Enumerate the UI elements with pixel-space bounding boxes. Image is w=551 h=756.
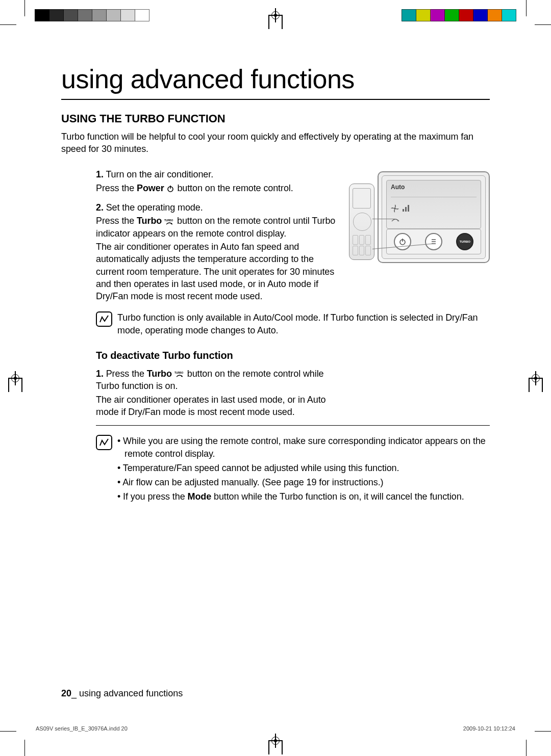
svg-rect-6: [405, 207, 407, 212]
note-bullets: While you are using the remote control, …: [117, 435, 490, 505]
svg-text:TURBO: TURBO: [164, 219, 173, 222]
note-icon: [96, 435, 112, 450]
crop-mark: [24, 0, 25, 16]
bullet-item: Air flow can be adjusted manually. (See …: [117, 476, 490, 488]
step-sub: Press the Turbo TURBO button on the remo…: [96, 215, 341, 240]
note-text: Turbo function is only available in Auto…: [117, 311, 490, 336]
color-calibration-bar: [402, 9, 516, 21]
page-number: 20: [61, 688, 71, 698]
turbo-button: TURBO: [456, 233, 473, 250]
step-text: Turn on the air conditioner.: [106, 169, 213, 179]
ac-panel: Auto TURBO: [378, 171, 490, 263]
print-footer: AS09V series_IB_E_30976A.indd 20 2009-10…: [36, 725, 515, 732]
step-text: Set the operating mode.: [106, 202, 203, 213]
crop-mark: [526, 740, 527, 756]
bullet-item: Temperature/Fan speed cannot be adjusted…: [117, 462, 490, 474]
section-title: USING THE TURBO FUNCTION: [61, 111, 490, 126]
bullet-item: If you press the Mode button while the T…: [117, 490, 490, 503]
turbo-icon: TURBO: [174, 371, 185, 378]
svg-rect-5: [403, 209, 404, 212]
svg-rect-7: [408, 205, 409, 212]
print-file: AS09V series_IB_E_30976A.indd 20: [36, 725, 128, 732]
print-timestamp: 2009-10-21 10:12:24: [463, 725, 515, 732]
crop-mark: [526, 0, 527, 16]
power-icon: [166, 185, 174, 193]
note-block-2: While you are using the remote control, …: [61, 435, 490, 505]
crop-mark: [24, 740, 25, 756]
crop-mark: [0, 24, 16, 25]
registration-mark: [8, 371, 22, 385]
turbo-indicator-icon: [391, 216, 400, 224]
auto-label: Auto: [391, 184, 477, 191]
mode-button: [425, 233, 442, 250]
intro-text: Turbo function will be helpful to cool y…: [61, 131, 490, 155]
leader-line: [372, 219, 395, 219]
page-footer: 20_ using advanced functions: [61, 688, 183, 699]
note-icon: [96, 311, 112, 327]
step-sub: Press the Power button on the remote con…: [96, 182, 341, 194]
color-calibration-bar: [35, 9, 149, 21]
registration-mark: [268, 8, 283, 22]
crop-mark: [535, 24, 551, 25]
fan-icon: [391, 204, 399, 214]
step-1: 1. Turn on the air conditioner. Press th…: [96, 168, 341, 194]
device-illustration: Auto TURBO: [349, 171, 490, 263]
signal-bars-icon: [402, 205, 410, 214]
panel-display: Auto: [386, 180, 481, 229]
remote-control: [349, 184, 374, 260]
deactivate-steps: 1. Press the Turbo TURBO button on the r…: [96, 368, 341, 418]
registration-mark: [529, 371, 543, 385]
svg-text:TURBO: TURBO: [174, 371, 183, 374]
crop-mark: [0, 731, 16, 732]
step-2: 2. Set the operating mode. Press the Tur…: [96, 201, 341, 302]
step-number: 1.: [96, 169, 104, 179]
note-block: Turbo function is only available in Auto…: [61, 311, 490, 336]
deactivate-title: To deactivate Turbo function: [96, 349, 490, 362]
page-title: using advanced functions: [61, 61, 490, 100]
panel-button-row: TURBO: [386, 229, 481, 254]
registration-mark: [268, 734, 283, 748]
step-paragraph: The air conditioner operates in Auto fan…: [96, 241, 341, 302]
bullet-item: While you are using the remote control, …: [117, 435, 490, 460]
deact-step-1: 1. Press the Turbo TURBO button on the r…: [96, 368, 341, 418]
steps-list: 1. Turn on the air conditioner. Press th…: [96, 168, 341, 302]
page-content: using advanced functions USING THE TURBO…: [61, 61, 490, 700]
turbo-icon: TURBO: [164, 218, 174, 225]
crop-mark: [535, 731, 551, 732]
step-number: 2.: [96, 202, 104, 213]
power-button: [394, 233, 411, 250]
divider: [96, 425, 490, 426]
